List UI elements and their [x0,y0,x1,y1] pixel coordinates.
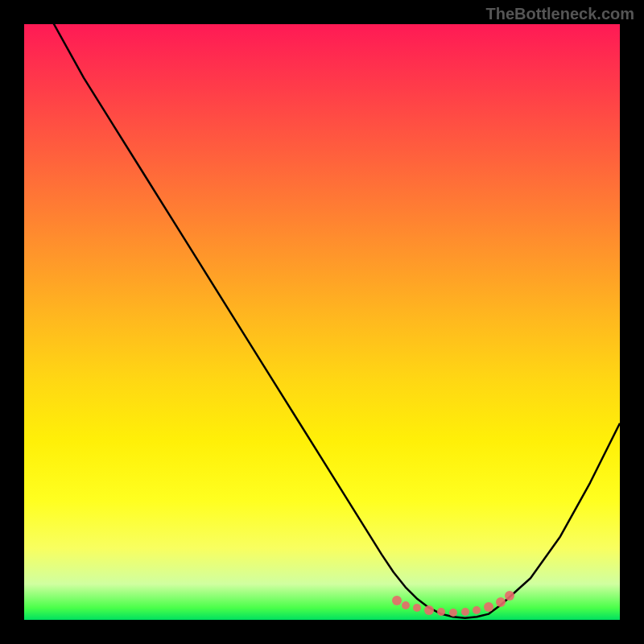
watermark-text: TheBottleneck.com [486,5,634,23]
optimal-marker [473,606,481,614]
optimal-marker [392,596,402,605]
optimal-marker [402,601,410,609]
plot-area [24,24,620,620]
optimal-marker [424,605,434,615]
optimal-marker [437,608,445,616]
optimal-zone-markers [24,24,620,620]
optimal-marker [413,604,421,612]
chart-frame [0,0,644,644]
optimal-marker [461,608,469,616]
optimal-marker [496,597,506,607]
optimal-marker [484,602,493,612]
optimal-marker [449,609,457,617]
optimal-marker [505,591,514,601]
